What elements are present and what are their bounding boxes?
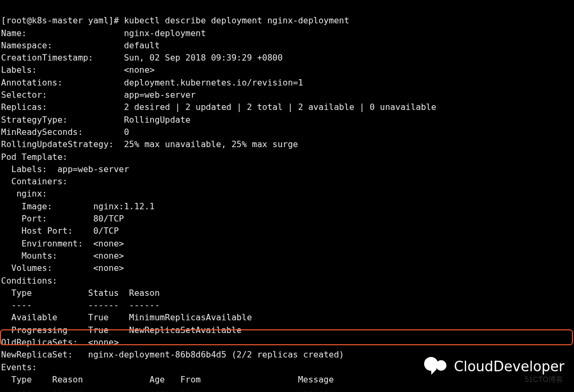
field-value: Sun, 02 Sep 2018 09:39:29 +0800 xyxy=(124,53,283,63)
field-label: CreationTimestamp: xyxy=(1,53,93,63)
field-label: StrategyType: xyxy=(1,115,67,125)
field-label: Selector: xyxy=(1,90,47,100)
conditions-header: Conditions: xyxy=(1,276,57,286)
field-label: Port: xyxy=(1,214,47,224)
faint-brand: 51CTO博客 xyxy=(525,375,563,385)
field-label: Labels: xyxy=(1,65,37,75)
field-label: RollingUpdateStrategy: xyxy=(1,139,114,149)
field-value: 25% max unavailable, 25% max surge xyxy=(124,139,298,149)
wechat-icon xyxy=(424,357,449,376)
field-value: 0/TCP xyxy=(93,226,119,236)
conditions-row: Available True MinimumReplicasAvailable xyxy=(1,312,252,322)
field-label: Volumes: xyxy=(1,263,52,273)
pod-template-header: Pod Template: xyxy=(1,152,67,162)
conditions-col-header: Type Status Reason xyxy=(1,288,160,298)
field-value: <none> xyxy=(93,263,124,273)
pod-labels-line: Labels: app=web-server xyxy=(1,164,129,174)
field-label: Host Port: xyxy=(1,226,73,236)
field-label: Mounts: xyxy=(1,251,57,261)
field-value: 2 desired | 2 updated | 2 total | 2 avai… xyxy=(124,102,436,112)
field-value: 0 xyxy=(124,127,129,137)
field-label: Name: xyxy=(1,28,27,38)
events-col-header: Type Reason Age From Message xyxy=(1,374,334,385)
field-label: NewReplicaSet: xyxy=(1,350,73,360)
field-value: deployment.kubernetes.io/revision=1 xyxy=(124,78,303,88)
field-label: OldReplicaSets: xyxy=(1,337,78,347)
field-value: <none> xyxy=(93,251,124,261)
field-value: nginx-deployment-86b8d6b4d5 (2/2 replica… xyxy=(88,350,344,360)
watermark: CloudDeveloper xyxy=(424,357,564,376)
shell-prompt: [root@k8s-master yaml]# xyxy=(1,15,124,25)
events-col-sep: ---- ------ ---- ---- ------- xyxy=(1,387,334,392)
field-label: Image: xyxy=(1,201,52,211)
shell-command: kubectl describe deployment nginx-deploy… xyxy=(124,15,349,25)
field-value: nginx:1.12.1 xyxy=(93,201,155,211)
field-label: Namespace: xyxy=(1,40,52,50)
field-label: Replicas: xyxy=(1,102,47,112)
field-value: RollingUpdate xyxy=(124,115,190,125)
field-value: 80/TCP xyxy=(93,214,124,224)
field-value: <none> xyxy=(88,337,119,347)
containers-header: Containers: xyxy=(1,176,67,186)
conditions-col-sep: ---- ------ ------ xyxy=(1,300,160,310)
container-name: nginx: xyxy=(1,189,47,199)
field-value: default xyxy=(124,40,159,50)
field-value: <none> xyxy=(93,238,124,249)
field-value: app=web-server xyxy=(124,90,196,100)
watermark-text: CloudDeveloper xyxy=(454,359,564,374)
terminal-window[interactable]: [root@k8s-master yaml]# kubectl describe… xyxy=(0,0,574,392)
field-label: Environment: xyxy=(1,238,83,249)
conditions-row: Progressing True NewReplicaSetAvailable xyxy=(1,325,242,335)
field-label: MinReadySeconds: xyxy=(1,127,83,137)
field-value: nginx-deployment xyxy=(124,28,206,38)
field-value: <none> xyxy=(124,65,155,75)
events-header: Events: xyxy=(1,362,37,372)
field-label: Annotations: xyxy=(1,78,63,88)
